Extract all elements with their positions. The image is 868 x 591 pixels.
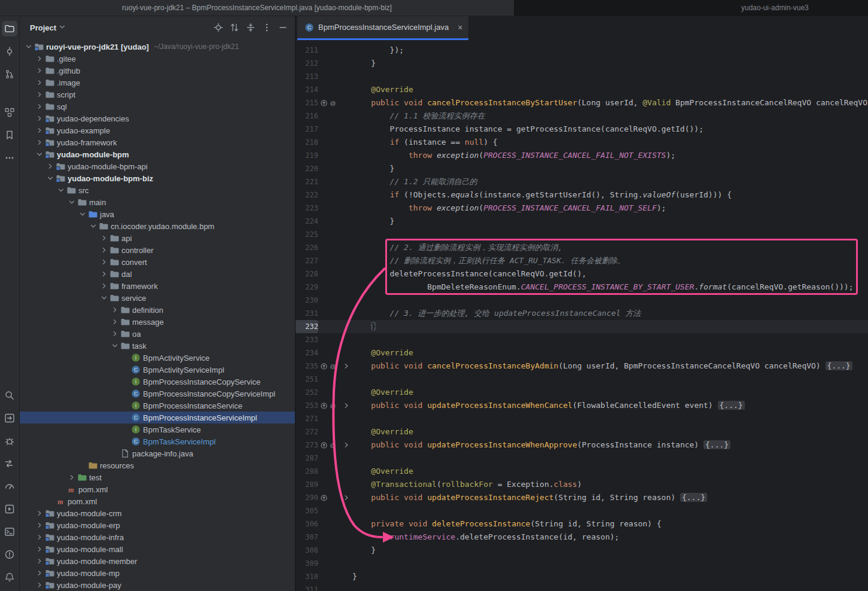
code-line-235[interactable]: 235@ public void cancelProcessInstanceBy…	[296, 360, 868, 373]
tree-item-yudao-module-crm[interactable]: yudao-module-crm	[20, 507, 295, 519]
tool-services-icon[interactable]	[2, 501, 17, 517]
line-number[interactable]: 288	[296, 465, 318, 478]
chevron-right-icon[interactable]	[34, 510, 44, 517]
line-number[interactable]: 222	[296, 188, 318, 202]
tree-item-dal[interactable]: dal	[20, 268, 295, 280]
tool-search-icon[interactable]	[2, 388, 17, 403]
tree-item-main[interactable]: main	[20, 196, 295, 208]
hide-panel-icon[interactable]	[278, 23, 288, 32]
chevron-right-icon[interactable]	[109, 306, 120, 313]
code-line-222[interactable]: 222 if (!Objects.equals(instance.getStar…	[296, 188, 868, 202]
tree-item-script[interactable]: script	[20, 89, 295, 100]
fold-region-icon[interactable]	[343, 402, 350, 409]
code-line-253[interactable]: 253@ public void updateProcessInstanceWh…	[296, 399, 868, 412]
chevron-right-icon[interactable]	[34, 546, 44, 553]
tree-item-java[interactable]: java	[20, 208, 295, 220]
tool-problems-icon[interactable]	[2, 547, 17, 562]
chevron-right-icon[interactable]	[99, 258, 109, 266]
chevron-right-icon[interactable]	[109, 318, 120, 325]
code-line-231[interactable]: 231 // 3. 进一步的处理, 交给 updateProcessInstan…	[296, 307, 868, 320]
chevron-down-icon[interactable]	[23, 43, 33, 50]
code-text[interactable]: @Override	[352, 346, 868, 360]
chevron-down-icon[interactable]	[56, 187, 66, 194]
tree-item-yudao-module-pay[interactable]: yudao-module-pay	[20, 579, 295, 591]
chevron-right-icon[interactable]	[99, 270, 109, 278]
code-line-227[interactable]: 227 // 删除流程实例，正则执行任务 ACT_RU_TASK. 任务会被删除…	[296, 254, 868, 267]
code-text[interactable]: }	[352, 320, 868, 333]
tree-item--image[interactable]: .image	[20, 77, 295, 89]
tree-item-yudao-framework[interactable]: yudao-framework	[20, 136, 295, 148]
code-lines[interactable]: 211 });212 }213214 @Override215@ public …	[296, 40, 868, 591]
line-number[interactable]: 310	[296, 570, 318, 583]
tree-item-yudao-module-erp[interactable]: yudao-module-erp	[20, 519, 295, 531]
chevron-right-icon[interactable]	[34, 103, 44, 110]
code-text[interactable]: if (instance == null) {	[352, 136, 868, 149]
tree-item-src[interactable]: src	[20, 184, 295, 196]
chevron-right-icon[interactable]	[34, 522, 44, 529]
tree-item-bpmtaskservice[interactable]: IBpmTaskService	[20, 424, 295, 435]
line-number[interactable]: 287	[296, 452, 318, 465]
chevron-down-icon[interactable]	[88, 223, 98, 230]
chevron-down-icon[interactable]	[109, 342, 120, 349]
tree-item-definition[interactable]: definition	[20, 304, 295, 316]
code-text[interactable]: }	[352, 162, 868, 175]
tree-item-api[interactable]: api	[20, 232, 295, 244]
tree-item-ruoyi-vue-pro-jdk21-yudao-[interactable]: ruoyi-vue-pro-jdk21 [yudao]~/Java/ruoyi-…	[20, 41, 295, 53]
tree-item-resources[interactable]: resources	[20, 459, 295, 471]
code-line-218[interactable]: 218 if (instance == null) {	[296, 136, 868, 149]
tool-structure-icon[interactable]	[2, 105, 17, 120]
editor-tab[interactable]: C BpmProcessInstanceServiceImpl.java ×	[297, 16, 468, 40]
chevron-right-icon[interactable]	[34, 558, 44, 565]
code-line-271[interactable]: 271	[296, 412, 868, 425]
fold-region-icon[interactable]	[343, 362, 350, 370]
tool-terminal-icon[interactable]	[2, 524, 17, 540]
code-line-216[interactable]: 216 // 1.1 校验流程实例存在	[296, 109, 868, 123]
override-method-icon[interactable]	[321, 442, 328, 449]
line-number[interactable]: 307	[296, 531, 318, 544]
chevron-right-icon[interactable]	[34, 569, 44, 577]
chevron-right-icon[interactable]	[34, 127, 44, 134]
chevron-right-icon[interactable]	[45, 163, 55, 170]
tree-item--gitee[interactable]: .gitee	[20, 53, 295, 65]
code-text[interactable]: // 1.1 校验流程实例存在	[352, 109, 868, 123]
code-line-224[interactable]: 224 }	[296, 215, 868, 228]
tree-item-yudao-module-bpm-api[interactable]: yudao-module-bpm-api	[20, 160, 295, 172]
chevron-down-icon[interactable]	[34, 151, 44, 158]
line-number[interactable]: 214	[296, 83, 318, 96]
chevron-right-icon[interactable]	[34, 139, 44, 146]
chevron-right-icon[interactable]	[109, 330, 120, 337]
tree-item-bpmactivityservice[interactable]: IBpmActivityService	[20, 352, 295, 364]
code-line-306[interactable]: 306 private void deleteProcessInstance(S…	[296, 517, 868, 531]
code-text[interactable]: @Override	[352, 83, 868, 96]
tree-item-yudao-module-bpm-biz[interactable]: yudao-module-bpm-biz	[20, 172, 295, 184]
code-line-223[interactable]: 223 throw exception(PROCESS_INSTANCE_CAN…	[296, 202, 868, 215]
line-number[interactable]: 226	[296, 241, 318, 254]
tree-item-yudao-module-mall[interactable]: yudao-module-mall	[20, 543, 295, 555]
chevron-right-icon[interactable]	[66, 474, 77, 481]
tree-item-bpmprocessinstanceserviceimpl[interactable]: CBpmProcessInstanceServiceImpl	[20, 412, 295, 424]
code-text[interactable]: public void updateProcessInstanceWhenCan…	[352, 399, 868, 412]
code-line-272[interactable]: 272 @Override	[296, 425, 868, 438]
line-number[interactable]: 217	[296, 123, 318, 136]
chevron-right-icon[interactable]	[34, 67, 44, 74]
chevron-down-icon[interactable]	[77, 211, 87, 218]
code-text[interactable]: });	[352, 44, 868, 57]
tool-run-icon[interactable]	[2, 410, 17, 426]
tree-item-controller[interactable]: controller	[20, 244, 295, 256]
line-number[interactable]: 272	[296, 425, 318, 438]
tree-item-yudao-example[interactable]: yudao-example	[20, 124, 295, 136]
tool-endpoints-icon[interactable]	[2, 456, 17, 471]
code-line-212[interactable]: 212 }	[296, 57, 868, 70]
tree-item-bpmactivityserviceimpl[interactable]: CBpmActivityServiceImpl	[20, 364, 295, 376]
line-number[interactable]: 224	[296, 215, 318, 228]
code-text[interactable]: // 删除流程实例，正则执行任务 ACT_RU_TASK. 任务会被删除。	[352, 254, 868, 267]
chevron-right-icon[interactable]	[34, 91, 44, 98]
line-number[interactable]: 219	[296, 149, 318, 162]
tool-bookmarks-icon[interactable]	[2, 127, 17, 143]
line-number[interactable]: 233	[296, 333, 318, 346]
line-number[interactable]: 213	[296, 70, 318, 83]
code-line-214[interactable]: 214 @Override	[296, 83, 868, 96]
tree-item-yudao-module-member[interactable]: yudao-module-member	[20, 555, 295, 567]
code-line-226[interactable]: 226 // 2. 通过删除流程实例，实现流程实例的取消,	[296, 241, 868, 254]
code-line-252[interactable]: 252 @Override	[296, 386, 868, 399]
